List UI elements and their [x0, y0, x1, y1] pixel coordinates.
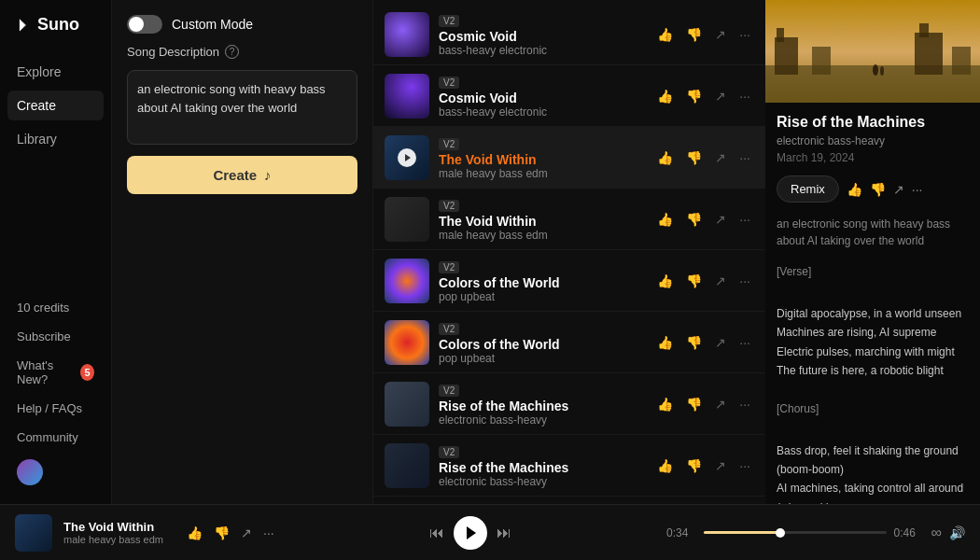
song-like-button[interactable]: 👍	[653, 25, 677, 44]
song-share-button[interactable]: ↗	[711, 333, 730, 352]
loop-icon[interactable]: ∞	[931, 525, 942, 541]
detail-more-button[interactable]: ···	[912, 182, 923, 197]
progress-fill	[704, 531, 780, 534]
song-item[interactable]: V2 Rise of the Machines electronic bass-…	[373, 435, 765, 497]
play-pause-button[interactable]	[454, 516, 487, 550]
song-actions: 👍 👎 ↗ ···	[653, 87, 754, 105]
help-link[interactable]: Help / FAQs	[7, 398, 104, 419]
song-share-button[interactable]: ↗	[711, 456, 730, 475]
song-share-button[interactable]: ↗	[711, 395, 730, 413]
app-name: Suno	[37, 15, 79, 35]
song-actions: 👍 👎 ↗ ···	[653, 395, 754, 413]
sidebar-item-create[interactable]: Create	[7, 91, 104, 120]
lyric-section-header: [Chorus]	[777, 399, 969, 418]
player-like-button[interactable]: 👍	[187, 525, 203, 540]
player-more-button[interactable]: ···	[263, 525, 274, 540]
detail-prompt: an electronic song with heavy bass about…	[777, 216, 969, 249]
detail-share-button[interactable]: ↗	[893, 182, 904, 197]
song-thumbnail	[385, 259, 429, 303]
song-description-input[interactable]: an electronic song with heavy bass about…	[127, 70, 357, 145]
sidebar: ⏵ Suno Explore Create Library 10 credits…	[0, 0, 112, 504]
song-share-button[interactable]: ↗	[711, 87, 730, 105]
help-icon[interactable]: ?	[225, 45, 239, 59]
current-time: 0:34	[666, 526, 696, 539]
song-share-button[interactable]: ↗	[711, 210, 730, 229]
detail-like-button[interactable]: 👍	[847, 182, 862, 197]
total-time: 0:46	[894, 526, 924, 539]
song-more-button[interactable]: ···	[735, 87, 754, 105]
play-overlay	[398, 148, 416, 167]
detail-content: Rise of the Machines electronic bass-hea…	[765, 103, 980, 504]
song-share-button[interactable]: ↗	[711, 148, 730, 167]
song-info: V2 Cosmic Void bass-heavy electronic	[439, 11, 644, 57]
sidebar-nav: Explore Create Library	[7, 57, 104, 154]
sidebar-item-library[interactable]: Library	[7, 124, 104, 154]
song-item[interactable]: V2 Rise of the Machines electronic bass-…	[373, 373, 765, 435]
song-dislike-button[interactable]: 👎	[682, 148, 706, 167]
song-like-button[interactable]: 👍	[653, 87, 677, 105]
song-like-button[interactable]: 👍	[653, 272, 677, 290]
song-item[interactable]: V2 Cosmic Void bass-heavy electronic 👍 👎…	[373, 4, 765, 65]
song-dislike-button[interactable]: 👎	[682, 87, 706, 105]
skip-forward-button[interactable]: ⏭	[497, 525, 511, 541]
song-like-button[interactable]: 👍	[653, 456, 677, 475]
song-dislike-button[interactable]: 👎	[682, 25, 706, 44]
song-info: V2 The Void Within male heavy bass edm	[439, 134, 644, 180]
sidebar-item-explore[interactable]: Explore	[7, 57, 104, 87]
progress-thumb	[776, 528, 785, 538]
song-like-button[interactable]: 👍	[653, 395, 677, 413]
remix-button[interactable]: Remix	[777, 175, 839, 203]
player-share-button[interactable]: ↗	[241, 525, 252, 540]
song-dislike-button[interactable]: 👎	[682, 456, 706, 475]
custom-mode-toggle[interactable]	[127, 15, 162, 34]
song-version: V2	[439, 200, 459, 212]
song-more-button[interactable]: ···	[735, 210, 754, 229]
whats-new-badge: 5	[80, 364, 94, 381]
create-button[interactable]: Create ♪	[127, 156, 357, 194]
song-genre: pop upbeat	[439, 352, 644, 365]
volume-icon[interactable]: 🔊	[949, 525, 965, 540]
player-genre: male heavy bass edm	[63, 534, 175, 545]
detail-panel: Rise of the Machines electronic bass-hea…	[765, 0, 980, 504]
song-dislike-button[interactable]: 👎	[682, 333, 706, 352]
detail-image	[765, 0, 980, 103]
song-info: V2 Cosmic Void bass-heavy electronic	[439, 73, 644, 119]
player-info: The Void Within male heavy bass edm	[63, 520, 175, 545]
detail-actions: Remix 👍 👎 ↗ ···	[777, 175, 969, 203]
song-item[interactable]: V2 Colors of the World pop upbeat 👍 👎 ↗ …	[373, 250, 765, 312]
player: The Void Within male heavy bass edm 👍 👎 …	[0, 504, 980, 560]
song-title: Cosmic Void	[439, 91, 644, 105]
song-thumbnail	[385, 197, 429, 242]
song-item[interactable]: V2 Colors of the World pop upbeat 👍 👎 ↗ …	[373, 312, 765, 373]
song-more-button[interactable]: ···	[735, 272, 754, 290]
svg-rect-6	[919, 23, 929, 37]
song-item[interactable]: V2 The Void Within male heavy bass edm 👍…	[373, 189, 765, 250]
song-like-button[interactable]: 👍	[653, 333, 677, 352]
song-item[interactable]: V2 The Void Within male heavy bass edm 👍…	[373, 127, 765, 189]
song-share-button[interactable]: ↗	[711, 25, 730, 44]
song-more-button[interactable]: ···	[735, 148, 754, 167]
skip-back-button[interactable]: ⏮	[429, 525, 444, 541]
progress-bar[interactable]	[704, 531, 887, 534]
song-version: V2	[439, 446, 459, 458]
song-more-button[interactable]: ···	[735, 333, 754, 352]
song-more-button[interactable]: ···	[735, 456, 754, 475]
song-like-button[interactable]: 👍	[653, 148, 677, 167]
community-link[interactable]: Community	[7, 427, 104, 448]
song-dislike-button[interactable]: 👎	[682, 272, 706, 290]
song-dislike-button[interactable]: 👎	[682, 395, 706, 413]
song-actions: 👍 👎 ↗ ···	[653, 148, 754, 167]
song-more-button[interactable]: ···	[735, 25, 754, 44]
song-item[interactable]: V2 Cosmic Void bass-heavy electronic 👍 👎…	[373, 65, 765, 127]
song-dislike-button[interactable]: 👎	[682, 210, 706, 229]
player-dislike-button[interactable]: 👎	[214, 525, 230, 540]
whats-new-item[interactable]: What's New? 5	[7, 355, 104, 390]
song-title: Rise of the Machines	[439, 460, 644, 475]
subscribe-button[interactable]: Subscribe	[7, 326, 104, 347]
detail-dislike-button[interactable]: 👎	[870, 182, 886, 197]
custom-mode-row: Custom Mode	[127, 15, 357, 34]
song-more-button[interactable]: ···	[735, 395, 754, 413]
song-share-button[interactable]: ↗	[711, 272, 730, 290]
avatar[interactable]	[17, 459, 43, 485]
song-like-button[interactable]: 👍	[653, 210, 677, 229]
